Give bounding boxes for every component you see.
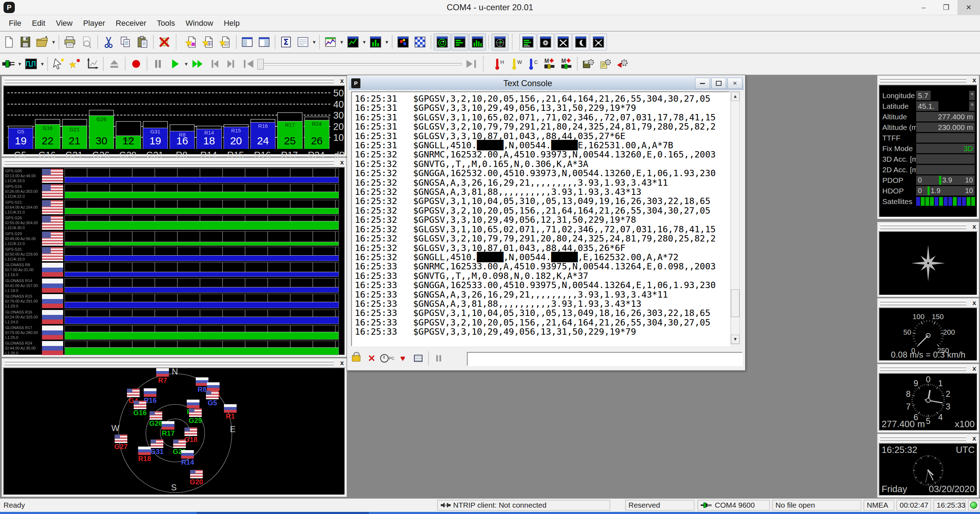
packet-view-icon[interactable] [412, 34, 428, 50]
panel-grip[interactable]: x [2, 158, 347, 167]
pause-icon[interactable] [150, 56, 166, 72]
dropdown-arrow-icon[interactable]: ▼ [361, 40, 367, 45]
menu-view[interactable]: View [51, 15, 78, 31]
clear-console-icon[interactable]: ✕ [364, 351, 379, 366]
dropdown-arrow-icon[interactable]: ▼ [384, 40, 390, 45]
play-icon[interactable] [167, 56, 183, 72]
firmware-package-2-icon[interactable] [597, 56, 613, 72]
jump-end-icon[interactable] [463, 56, 480, 72]
save-file-icon[interactable] [17, 34, 33, 50]
step-forward-icon[interactable] [223, 56, 239, 72]
clear-all-icon[interactable] [156, 34, 172, 50]
console-scrollbar[interactable]: ▲ ▼ [731, 91, 740, 344]
new-file-icon[interactable] [0, 34, 17, 50]
autoscroll-lock-icon[interactable] [348, 351, 364, 366]
config-view-icon[interactable] [537, 34, 554, 51]
split-vertical-icon[interactable] [256, 34, 272, 50]
sky-view-icon[interactable] [434, 34, 451, 51]
pause-console-icon[interactable] [431, 351, 447, 366]
close-icon[interactable]: x [972, 299, 976, 307]
panel-grip[interactable]: x [877, 222, 979, 231]
panel-grip[interactable]: x [877, 298, 979, 308]
filter-icon[interactable] [410, 351, 426, 366]
console-maximize-button[interactable] [711, 78, 726, 89]
deviation-view-icon[interactable] [492, 34, 509, 51]
copy-icon[interactable] [118, 34, 134, 50]
histogram-green-view-icon[interactable] [469, 34, 486, 51]
panel-grip[interactable]: x [877, 75, 979, 85]
status-port[interactable]: COM4 9600 [698, 500, 770, 511]
record-icon[interactable] [128, 56, 144, 72]
console-command-input[interactable] [467, 352, 743, 366]
panel-grip[interactable]: x [877, 364, 979, 373]
histogram-view-icon[interactable] [368, 34, 384, 50]
console-close-button[interactable]: ✕ [727, 78, 742, 89]
hotkey-hot-icon[interactable]: H [490, 56, 507, 72]
hotkey-cold-icon[interactable]: C [524, 56, 541, 72]
close-icon[interactable]: x [972, 434, 976, 442]
menu-file[interactable]: File [3, 15, 27, 31]
print-preview-icon[interactable] [79, 34, 95, 50]
title-bar[interactable]: P COM4 - u-center 20.01 – ❐ ✕ [0, 0, 980, 15]
close-icon[interactable]: x [340, 77, 344, 85]
list-view-icon[interactable] [295, 34, 311, 50]
flash-tool-icon[interactable] [67, 56, 84, 72]
print-icon[interactable] [62, 34, 78, 50]
step-back-icon[interactable] [206, 56, 223, 72]
message-plus-2-icon[interactable]: M [558, 56, 574, 72]
sum-view-icon[interactable]: Σ [278, 34, 294, 50]
dropdown-arrow-icon[interactable]: ▼ [311, 40, 317, 45]
eject-icon[interactable] [106, 56, 123, 72]
paste-icon[interactable] [134, 34, 151, 50]
hotkey-warm-icon[interactable]: W [508, 56, 524, 72]
minimize-button[interactable]: – [912, 0, 935, 15]
status-ntrip[interactable]: NTRIP client: Not connected [437, 500, 610, 511]
jump-start-icon[interactable] [240, 56, 256, 72]
console-output[interactable]: 16:25:31 $GPGSV,3,2,10,20,05,156,,21,64,… [351, 91, 730, 346]
binary-view-icon[interactable] [590, 34, 607, 51]
menu-window[interactable]: Window [180, 15, 218, 31]
menu-receiver[interactable]: Receiver [110, 15, 152, 31]
scroll-thumb[interactable] [731, 289, 740, 317]
axis-tool-icon[interactable] [84, 56, 100, 72]
console-title-bar[interactable]: P Text Console ✕ [348, 77, 744, 90]
wizard-table-icon[interactable] [200, 34, 216, 50]
dropdown-arrow-icon[interactable]: ▼ [339, 40, 345, 45]
open-file-icon[interactable] [34, 34, 51, 50]
connect-icon[interactable] [0, 56, 17, 72]
map-view-icon[interactable] [395, 34, 411, 50]
logfile-icon[interactable]: ♥ [395, 351, 410, 366]
wizard-text-icon[interactable] [217, 34, 234, 50]
dropdown-arrow-icon[interactable]: ▼ [183, 61, 189, 67]
panel-grip[interactable]: x [2, 76, 347, 85]
graph-view-icon[interactable] [345, 34, 361, 50]
dropdown-arrow-icon[interactable]: ▼ [51, 40, 56, 45]
fast-forward-icon[interactable] [189, 56, 205, 72]
firmware-package-3-icon[interactable] [614, 56, 630, 72]
wizard-chart-icon[interactable] [183, 34, 200, 50]
chart-view-icon[interactable] [322, 34, 339, 50]
scroll-up-icon[interactable]: ▲ [731, 92, 740, 101]
message-plus-1-icon[interactable]: M [541, 56, 558, 72]
pointer-tool-icon[interactable] [51, 56, 67, 72]
split-horizontal-icon[interactable] [239, 34, 255, 50]
text-console-window[interactable]: P Text Console ✕ 16:25:31 $GPGSV,3,2,10,… [347, 75, 746, 371]
close-icon[interactable]: x [972, 223, 976, 230]
menu-tools[interactable]: Tools [152, 15, 180, 31]
scroll-down-icon[interactable]: ▼ [731, 335, 740, 344]
menu-edit[interactable]: Edit [27, 15, 51, 31]
playback-position-slider[interactable] [257, 57, 463, 71]
panel-grip[interactable]: x [2, 358, 347, 367]
cut-icon[interactable] [100, 34, 117, 50]
close-button[interactable]: ✕ [958, 0, 980, 15]
close-icon[interactable]: x [972, 365, 976, 372]
statistics-view-icon[interactable] [555, 34, 572, 51]
waveform-icon[interactable] [23, 56, 39, 72]
console-minimize-button[interactable] [695, 78, 710, 89]
messages-view-icon[interactable] [519, 34, 536, 51]
close-icon[interactable]: x [340, 359, 344, 367]
restore-button[interactable]: ❐ [935, 0, 958, 15]
dropdown-arrow-icon[interactable]: ▼ [17, 61, 22, 67]
table-green-view-icon[interactable] [451, 34, 468, 51]
pc-time-icon[interactable]: PC [379, 351, 395, 366]
